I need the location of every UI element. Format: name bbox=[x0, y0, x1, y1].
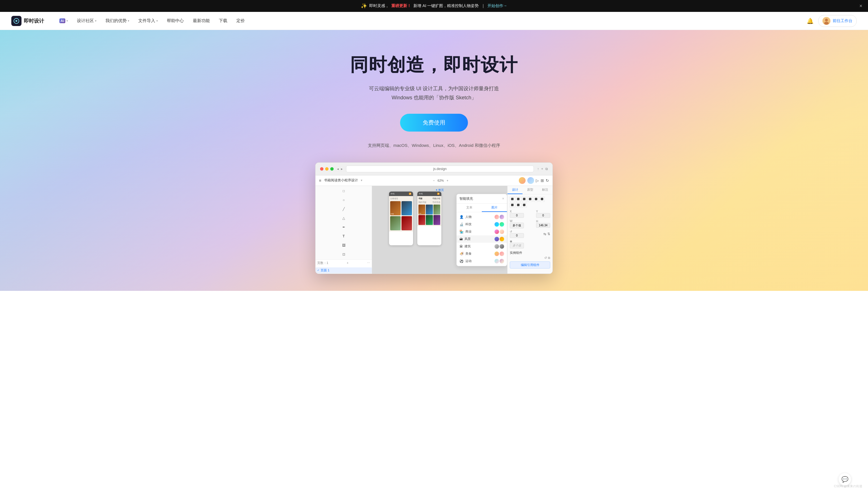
minus-icon[interactable]: − bbox=[433, 179, 435, 182]
url-bar[interactable]: js.design bbox=[346, 166, 534, 172]
y-input[interactable]: 0 bbox=[536, 213, 550, 218]
menu-icon[interactable]: ≡ bbox=[319, 178, 321, 183]
announcement-text: 新增 AI 一键扩图，精准控制人物姿势 bbox=[413, 3, 479, 8]
ai-fill-panel: 智能填充 × 文本 图片 👤 人物 bbox=[456, 194, 507, 266]
ai-cat-landscape[interactable]: 🏔 风景 bbox=[457, 235, 507, 243]
announcement-close[interactable]: × bbox=[859, 3, 862, 9]
ai-cat-food[interactable]: 🍜 美食 bbox=[457, 250, 507, 258]
logo-icon bbox=[11, 16, 21, 26]
project-chevron: ▾ bbox=[361, 178, 362, 182]
ai-panel-close-icon[interactable]: × bbox=[502, 197, 504, 201]
announcement-highlight: 重磅更新！ bbox=[391, 3, 411, 8]
user-avatar bbox=[823, 17, 830, 25]
nav-item-help[interactable]: 帮助中心 bbox=[163, 16, 188, 26]
nav-item-advantages[interactable]: 我们的优势 ▾ bbox=[101, 16, 133, 26]
annotation-tab[interactable]: 标注 bbox=[537, 186, 552, 194]
line-tool-icon[interactable]: ╱ bbox=[340, 206, 347, 212]
tabs-icon[interactable]: ⧉ bbox=[546, 167, 548, 171]
x-input[interactable]: 0 bbox=[510, 213, 524, 218]
component-tool-icon[interactable]: ⊡ bbox=[340, 251, 347, 258]
flip-h-icon[interactable]: ⇆ bbox=[544, 232, 546, 236]
rotation-field: ↺ 0 bbox=[510, 230, 524, 238]
pen-tool-icon[interactable]: ✒ bbox=[340, 224, 347, 231]
add-page-icon[interactable]: + bbox=[347, 261, 348, 265]
component-refresh-icon[interactable]: ↺ bbox=[544, 256, 547, 260]
nav-item-ai[interactable]: Ai ▾ bbox=[55, 16, 72, 25]
maximize-traffic-light[interactable] bbox=[330, 167, 334, 171]
component-detach-icon[interactable]: ⧉ bbox=[548, 256, 550, 260]
sports-icon: ⚽ bbox=[459, 259, 464, 263]
align-icons: ⬛ ⬛ ⬛ ⬛ ⬛ ⬛ ⬛ ⬛ ⬛ bbox=[510, 197, 550, 208]
canvas-phone-right: 9:41 📶 书架 书籍介绍 我的书架 书店首选 bbox=[417, 192, 441, 245]
flip-v-icon[interactable]: ⇅ bbox=[547, 232, 550, 236]
hero-platforms: 支持网页端、macOS、Windows、Linux、iOS、Android 和微… bbox=[350, 143, 518, 148]
layers-header: 页数：1 + ⋯ bbox=[316, 260, 372, 266]
forward-icon[interactable]: ▸ bbox=[341, 167, 343, 171]
add-tab-icon[interactable]: + bbox=[541, 167, 543, 171]
layers-menu-icon[interactable]: ⋯ bbox=[367, 261, 370, 265]
right-panel: 设计 原型 标注 ⬛ ⬛ ⬛ ⬛ ⬛ ⬛ ⬛ ⬛ ⬛ bbox=[507, 186, 552, 273]
play-icon[interactable]: ▷ bbox=[536, 178, 539, 183]
person-icon: 👤 bbox=[459, 215, 464, 219]
back-icon[interactable]: ◂ bbox=[337, 167, 339, 171]
nav-item-features[interactable]: 最新功能 bbox=[189, 16, 214, 26]
go-to-workspace-button[interactable]: 前往工作台 bbox=[818, 15, 857, 27]
ai-panel-tabs: 文本 图片 bbox=[457, 204, 507, 212]
align-top-icon[interactable]: ⬛ bbox=[528, 197, 533, 202]
h-field: H 146.34 bbox=[536, 220, 550, 228]
app-toolbar: ≡ 书籍阅读类小程序设计 ▾ − 62% + ▷ ⊞ ↻ bbox=[316, 175, 552, 186]
align-left-icon[interactable]: ⬛ bbox=[510, 197, 515, 202]
zoom-level: 62% bbox=[438, 179, 444, 182]
grid-icon[interactable]: ⊞ bbox=[540, 178, 544, 183]
workspace-label: 前往工作台 bbox=[833, 18, 852, 23]
nav-items: Ai ▾ 设计社区 ▾ 我们的优势 ▾ 文件导入 ▾ 帮助中心 最新功能 下载 … bbox=[55, 16, 807, 26]
ai-tab-text[interactable]: 文本 bbox=[457, 204, 482, 212]
design-tab[interactable]: 设计 bbox=[508, 186, 522, 194]
svg-point-2 bbox=[825, 19, 828, 21]
triangle-tool-icon[interactable]: △ bbox=[340, 215, 347, 222]
align-right-icon[interactable]: ⬛ bbox=[522, 197, 527, 202]
minimize-traffic-light[interactable] bbox=[325, 167, 329, 171]
left-sidebar: □ ○ ╱ △ ✒ T 🖼 ⊡ 页数：1 + ⋯ bbox=[316, 186, 372, 273]
notification-bell-icon[interactable]: 🔔 bbox=[807, 18, 814, 24]
close-traffic-light[interactable] bbox=[320, 167, 323, 171]
ai-cat-architecture[interactable]: 🏛 建筑 bbox=[457, 243, 507, 250]
rotation-input[interactable]: 0 bbox=[510, 233, 524, 238]
align-center-h-icon[interactable]: ⬛ bbox=[516, 197, 521, 202]
nav-item-import[interactable]: 文件导入 ▾ bbox=[134, 16, 162, 26]
align-center-v-icon[interactable]: ⬛ bbox=[534, 197, 539, 202]
right-panel-tabs: 设计 原型 标注 bbox=[508, 186, 552, 194]
w-input[interactable]: 多个值 bbox=[510, 223, 524, 228]
nav-item-download[interactable]: 下载 bbox=[215, 16, 231, 26]
svg-point-3 bbox=[824, 22, 829, 25]
ai-cat-tech[interactable]: 🔬 科技 bbox=[457, 221, 507, 228]
refresh-icon[interactable]: ↻ bbox=[546, 178, 549, 183]
corner-field: ◉ 多个值 bbox=[510, 240, 524, 248]
share-icon[interactable]: ↑ bbox=[537, 167, 539, 171]
distribute-h-icon[interactable]: ⬛ bbox=[510, 203, 515, 208]
edit-component-button[interactable]: 编辑引用组件 bbox=[510, 262, 550, 268]
circle-tool-icon[interactable]: ○ bbox=[340, 197, 347, 204]
nav-item-community[interactable]: 设计社区 ▾ bbox=[73, 16, 100, 26]
navbar: 即时设计 Ai ▾ 设计社区 ▾ 我们的优势 ▾ 文件导入 ▾ 帮助中心 最新功… bbox=[0, 12, 868, 30]
image-tool-icon[interactable]: 🖼 bbox=[340, 242, 347, 249]
corner-input[interactable]: 多个值 bbox=[510, 243, 524, 248]
prototype-tab[interactable]: 原型 bbox=[522, 186, 537, 194]
text-tool-icon[interactable]: T bbox=[340, 233, 347, 240]
distribute-v-icon[interactable]: ⬛ bbox=[516, 203, 521, 208]
align-bottom-icon[interactable]: ⬛ bbox=[539, 197, 545, 202]
free-use-button[interactable]: 免费使用 bbox=[400, 114, 468, 132]
ai-fill-header: 智能填充 × bbox=[457, 194, 507, 204]
ai-cat-sports[interactable]: ⚽ 运动 bbox=[457, 258, 507, 265]
ai-cat-business[interactable]: 🏪 商业 bbox=[457, 228, 507, 235]
page-layer-item[interactable]: ✓ 页面 1 bbox=[316, 267, 372, 273]
nav-item-pricing[interactable]: 定价 bbox=[232, 16, 249, 26]
h-input[interactable]: 146.34 bbox=[536, 223, 550, 228]
announcement-cta[interactable]: 开始创作→ bbox=[488, 3, 507, 8]
nav-logo[interactable]: 即时设计 bbox=[11, 16, 44, 26]
ai-tab-image[interactable]: 图片 bbox=[482, 204, 507, 212]
plus-icon[interactable]: + bbox=[447, 179, 449, 182]
more-align-icon[interactable]: ⬛ bbox=[522, 203, 527, 208]
ai-cat-person[interactable]: 👤 人物 bbox=[457, 213, 507, 221]
select-tool-icon[interactable]: □ bbox=[340, 188, 347, 194]
